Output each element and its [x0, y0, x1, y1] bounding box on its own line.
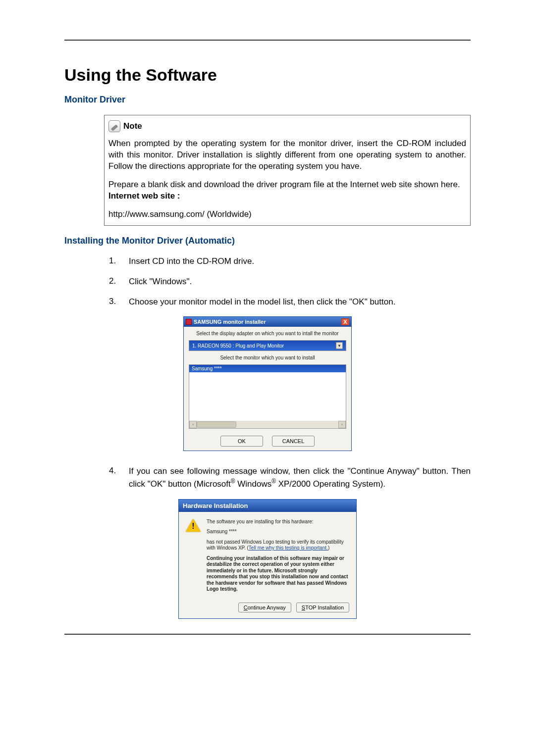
section-monitor-driver: Monitor Driver: [64, 95, 471, 105]
chevron-down-icon[interactable]: ▼: [336, 342, 343, 349]
section-installing-automatic: Installing the Monitor Driver (Automatic…: [64, 236, 471, 246]
display-adapter-select[interactable]: 1. RADEON 9550 : Plug and Play Monitor ▼: [189, 340, 346, 351]
step-number: 2.: [109, 276, 119, 288]
step-text: Click "Windows".: [129, 276, 471, 288]
page-title: Using the Software: [64, 65, 471, 85]
horizontal-scrollbar[interactable]: ‹ ›: [189, 421, 346, 428]
scroll-left-button[interactable]: ‹: [189, 421, 197, 428]
why-testing-link[interactable]: Tell me why this testing is important.: [249, 545, 328, 551]
app-icon: [186, 319, 192, 325]
dialog-title: Hardware Installation: [179, 500, 356, 512]
continue-anyway-button[interactable]: Continue Anyway: [238, 603, 291, 612]
step-text: If you can see following message window,…: [129, 466, 471, 490]
note-box: Note When prompted by the operating syst…: [104, 115, 471, 226]
ok-button[interactable]: OK: [220, 436, 263, 447]
scroll-right-button[interactable]: ›: [338, 421, 346, 428]
step-number: 4.: [109, 466, 119, 490]
note-text-2: Prepare a blank disk and download the dr…: [108, 179, 466, 191]
note-label: Note: [123, 121, 142, 131]
step-text: Choose your monitor model in the model l…: [129, 297, 471, 308]
note-icon: [108, 120, 120, 132]
note-text-1: When prompted by the operating system fo…: [108, 138, 466, 172]
warning-icon: !: [186, 519, 201, 534]
close-button[interactable]: X: [341, 318, 349, 325]
dialog-title: SAMSUNG monitor installer: [194, 319, 266, 325]
selected-monitor[interactable]: Samsung ****: [189, 365, 346, 372]
instruction-text: Select the monitor which you want to ins…: [189, 355, 346, 360]
step-number: 3.: [109, 297, 119, 308]
samsung-installer-dialog: SAMSUNG monitor installer X Select the d…: [183, 316, 352, 451]
note-internet-label: Internet web site :: [108, 191, 466, 202]
dialog-warning-text: Continuing your installation of this sof…: [207, 555, 349, 593]
stop-installation-button[interactable]: STOP Installation: [296, 603, 349, 612]
scroll-thumb[interactable]: [197, 421, 236, 428]
dialog-text: The software you are installing for this…: [207, 519, 349, 525]
monitor-listbox[interactable]: Samsung **** ‹ ›: [189, 364, 346, 429]
step-number: 1.: [109, 256, 119, 267]
instruction-text: Select the display adapter on which you …: [189, 331, 346, 336]
note-url: http://www.samsung.com/ (Worldwide): [108, 209, 466, 220]
selected-adapter: 1. RADEON 9550 : Plug and Play Monitor: [192, 343, 284, 349]
step-text: Insert CD into the CD-ROM drive.: [129, 256, 471, 267]
hardware-installation-dialog: Hardware Installation ! The software you…: [178, 499, 357, 619]
dialog-text: has not passed Windows Logo testing to v…: [207, 539, 349, 552]
dialog-titlebar: SAMSUNG monitor installer X: [184, 317, 351, 327]
cancel-button[interactable]: CANCEL: [272, 436, 315, 447]
hardware-name: Samsung ****: [207, 529, 349, 535]
